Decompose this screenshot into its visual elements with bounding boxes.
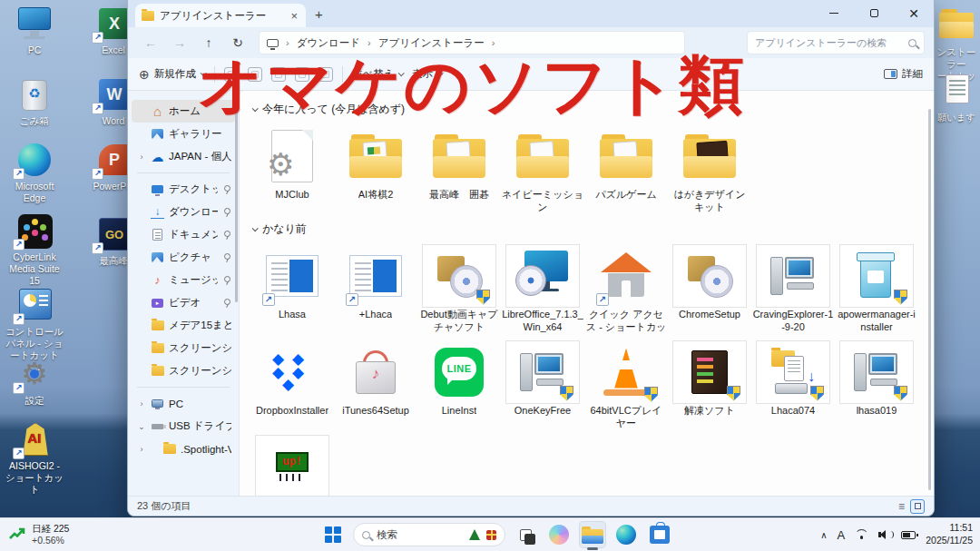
file-item[interactable]: ◆◆◆◆◆DropboxInstaller	[251, 340, 333, 430]
volume-icon[interactable]	[878, 529, 891, 540]
wifi-icon[interactable]	[855, 529, 868, 540]
sidebar-scrollbar[interactable]	[235, 98, 238, 302]
sidebar-item-folder[interactable]: ›.Spotlight-V1	[132, 438, 235, 460]
file-item[interactable]: OneKeyFree	[502, 340, 583, 430]
forward-button[interactable]: →	[166, 35, 193, 50]
window-scrollbar[interactable]	[928, 109, 931, 490]
file-item[interactable]: ChromeSetup	[669, 244, 750, 335]
file-item[interactable]: ⚙MJClub	[251, 124, 333, 214]
clock[interactable]: 11:51 2025/11/25	[926, 522, 973, 546]
desktop-icon-cyberlink[interactable]: ↗CyberLink Media Suite 15	[5, 212, 64, 287]
copilot-button[interactable]	[545, 521, 573, 548]
file-item[interactable]: up!	[251, 435, 333, 496]
sidebar-item-folder[interactable]: スクリーンショット	[132, 359, 235, 382]
file-label: OneKeyFree	[514, 404, 571, 417]
battery-icon[interactable]	[901, 531, 916, 539]
sidebar-item-music[interactable]: ♪ミュージック	[132, 269, 235, 291]
file-item[interactable]: ↓Lhaca074	[752, 340, 834, 430]
list-view-icon[interactable]: ≡	[898, 500, 905, 513]
file-item[interactable]: apowermanager-installer	[836, 244, 917, 335]
start-button[interactable]	[319, 521, 347, 548]
sidebar-item-onedrive[interactable]: ›☁JAPAN - 個人	[132, 145, 235, 168]
file-item[interactable]: ↗+Lhaca	[335, 244, 416, 335]
expand-chevron-icon[interactable]: ›	[137, 399, 146, 408]
folder-document-icon: ↓	[769, 349, 817, 396]
new-tab-button[interactable]: +	[315, 6, 323, 22]
file-explorer-button[interactable]	[579, 521, 606, 548]
sidebar-item-label: PC	[169, 398, 231, 409]
music-icon: ♪	[151, 273, 164, 287]
edge-button[interactable]	[612, 521, 640, 548]
sidebar-item-usb[interactable]: ⌄USB ドライブ (D	[132, 415, 235, 438]
sidebar-item-download[interactable]: ↓ダウンロード	[132, 201, 235, 223]
tray-chevron-up-icon[interactable]: ∧	[820, 530, 827, 540]
tray-date: 2025/11/25	[926, 535, 973, 547]
search-input[interactable]: アプリインストーラーの検索	[747, 31, 925, 54]
sidebar-item-pc[interactable]: ›PC	[132, 392, 235, 415]
desktop-icon-edge[interactable]: ↗Microsoft Edge	[5, 142, 64, 204]
maximize-button[interactable]	[854, 0, 894, 26]
tab-folder-icon	[141, 9, 154, 23]
details-button[interactable]: 詳細	[884, 67, 923, 81]
desktop-icon-settings[interactable]: ⚙↗設定	[5, 356, 64, 407]
expand-chevron-icon[interactable]: ⌄	[137, 422, 146, 431]
widget-change: +0.56%	[32, 535, 69, 546]
desktop-icon-document[interactable]: 願います	[933, 73, 980, 123]
task-view-icon	[520, 529, 532, 541]
plus-circle-icon: ⊕	[139, 67, 150, 82]
videos-icon: ▸	[151, 296, 164, 310]
tab-close-icon[interactable]: ×	[288, 9, 300, 23]
file-item[interactable]: はがきデザインキット	[669, 124, 750, 214]
back-button[interactable]: ←	[137, 35, 164, 50]
line-icon: LINE	[435, 348, 484, 397]
search-icon	[908, 39, 916, 47]
sidebar-item-label: スクリーンショット	[169, 364, 231, 378]
desktop-icon-pc[interactable]: PC	[5, 5, 64, 56]
minimize-button[interactable]	[814, 0, 854, 26]
file-item[interactable]: ネイビーミッション	[502, 124, 583, 214]
file-item[interactable]: 64bitVLCプレイヤー	[585, 340, 667, 430]
expand-chevron-icon[interactable]: ›	[137, 445, 146, 454]
taskbar-search[interactable]: 検索	[353, 523, 505, 546]
shortcut-arrow-icon: ↗	[92, 103, 103, 114]
file-item[interactable]: ♪iTunes64Setup	[335, 340, 416, 430]
file-item[interactable]: パズルゲーム	[585, 124, 667, 214]
file-item[interactable]: ↗クイック アクセス - ショートカット	[585, 244, 667, 335]
sidebar-item-pictures[interactable]: ピクチャ	[132, 246, 235, 269]
sidebar-item-document[interactable]: ドキュメント	[132, 223, 235, 246]
expand-chevron-icon[interactable]: ›	[137, 153, 146, 162]
sidebar-item-label: メデア15まとめ	[169, 319, 231, 332]
uac-shield-icon	[560, 386, 573, 401]
file-item[interactable]: LINELineInst	[418, 340, 500, 430]
desktop-icon-aishogi[interactable]: AI↗AISHOGI2 - ショートカット	[5, 421, 64, 496]
folder-icon	[515, 134, 570, 178]
file-item[interactable]: lhasa019	[836, 340, 917, 430]
recycle-bin-icon: ♻	[15, 76, 54, 113]
file-item[interactable]: ↗Lhasa	[251, 244, 333, 335]
file-label: LibreOffice_7.1.3_Win_x64	[502, 308, 583, 334]
sidebar-item-folder[interactable]: メデア15まとめ	[132, 314, 235, 337]
file-item[interactable]: LibreOffice_7.1.3_Win_x64	[502, 244, 583, 335]
sidebar-item-videos[interactable]: ▸ビデオ	[132, 291, 235, 314]
edge-icon	[616, 525, 636, 545]
sidebar-item-desktop[interactable]: デスクトップ	[132, 178, 235, 201]
file-item[interactable]: 最高峰 囲碁	[418, 124, 500, 214]
sidebar-item-folder[interactable]: スクリーンショット	[132, 337, 235, 359]
store-button[interactable]	[646, 521, 673, 548]
widgets-button[interactable]: 日経 225 +0.56%	[0, 518, 78, 551]
file-item[interactable]: CravingExplorer-1-9-20	[752, 244, 834, 335]
group-header[interactable]: かなり前	[252, 221, 934, 237]
large-icons-view-icon[interactable]	[910, 499, 925, 514]
ime-indicator[interactable]: A	[838, 528, 846, 542]
desktop-icon-label: PC	[5, 44, 64, 56]
uac-shield-icon	[476, 290, 490, 305]
desktop-icon-recycle-bin[interactable]: ♻ごみ箱	[5, 76, 64, 127]
new-button[interactable]: ⊕ 新規作成	[139, 67, 205, 82]
task-view-button[interactable]	[512, 521, 539, 548]
explorer-tab[interactable]: アプリインストーラー ×	[135, 4, 306, 27]
file-item[interactable]: 解凍ソフト	[669, 340, 750, 430]
file-item[interactable]: Debut動画キャプチャソフト	[418, 244, 500, 335]
file-item[interactable]: AI将棋2	[335, 124, 416, 214]
tray-time: 11:51	[926, 522, 973, 535]
close-button[interactable]: ✕	[894, 0, 934, 26]
